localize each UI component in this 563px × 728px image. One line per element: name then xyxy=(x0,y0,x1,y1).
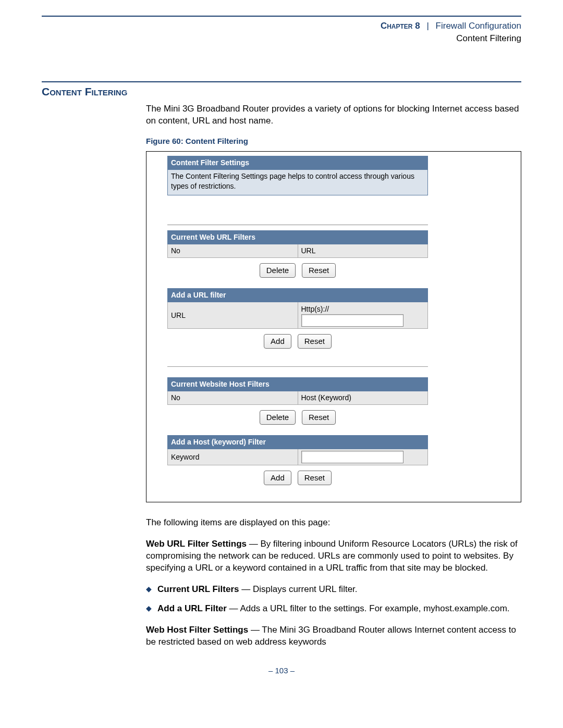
host-filters-table: Current Website Host Filters No Host (Ke… xyxy=(167,377,428,405)
bullet-add-text: — Adds a URL filter to the settings. For… xyxy=(227,603,510,613)
add-url-title: Add a URL filter xyxy=(168,289,428,302)
keyword-input[interactable] xyxy=(301,451,403,463)
web-host-filter-paragraph: Web Host Filter Settings — The Mini 3G B… xyxy=(146,624,521,648)
host-reset-button[interactable]: Reset xyxy=(302,410,336,425)
add-host-table: Add a Host (keyword) Filter Keyword xyxy=(167,435,428,465)
url-prefix: Http(s):// xyxy=(301,304,332,314)
add-url-button[interactable]: Add xyxy=(264,334,291,349)
url-filters-table: Current Web URL Filters No URL xyxy=(167,230,428,258)
chapter-label: Chapter xyxy=(381,21,413,31)
url-delete-button[interactable]: Delete xyxy=(260,263,296,278)
chapter-title: Firewall Configuration xyxy=(436,21,521,31)
section-title: Content Filtering xyxy=(42,85,521,98)
add-host-reset-button[interactable]: Reset xyxy=(298,471,332,485)
url-col-no: No xyxy=(168,244,298,258)
page-number: – 103 – xyxy=(42,666,521,675)
host-col-no: No xyxy=(168,391,298,405)
settings-description: The Content Filtering Settings page help… xyxy=(167,170,428,196)
url-reset-button[interactable]: Reset xyxy=(302,263,336,278)
add-host-title: Add a Host (keyword) Filter xyxy=(168,436,428,449)
settings-header: Content Filter Settings xyxy=(167,156,428,170)
host-delete-button[interactable]: Delete xyxy=(260,410,296,425)
add-host-button[interactable]: Add xyxy=(264,471,291,485)
bullet-current-label: Current URL Filters xyxy=(157,584,239,594)
add-url-table: Add a URL filter URL Http(s):// xyxy=(167,288,428,329)
url-col-url: URL xyxy=(298,244,428,258)
header-separator: | xyxy=(422,21,433,31)
section-rule xyxy=(42,81,521,82)
page-header: Chapter 8 | Firewall Configuration Conte… xyxy=(42,20,521,45)
add-url-cell: Http(s):// xyxy=(298,302,428,329)
add-url-label: URL xyxy=(168,302,298,329)
host-filters-title: Current Website Host Filters xyxy=(168,378,428,391)
bullet-list: Current URL Filters — Displays current U… xyxy=(146,584,521,615)
intro-paragraph: The Mini 3G Broadband Router provides a … xyxy=(146,103,521,127)
add-host-label: Keyword xyxy=(168,449,298,465)
chapter-number: 8 xyxy=(415,21,420,31)
url-input[interactable] xyxy=(301,314,403,327)
web-host-filter-label: Web Host Filter Settings xyxy=(146,625,248,635)
add-url-reset-button[interactable]: Reset xyxy=(298,334,332,349)
web-url-filter-label: Web URL Filter Settings xyxy=(146,539,247,549)
url-filters-title: Current Web URL Filters xyxy=(168,231,428,244)
bullet-add-url: Add a URL Filter — Adds a URL filter to … xyxy=(157,603,521,615)
bullet-current-url: Current URL Filters — Displays current U… xyxy=(157,584,521,596)
header-rule xyxy=(42,16,521,17)
header-subtitle: Content Filtering xyxy=(42,32,521,45)
following-items-text: The following items are displayed on thi… xyxy=(146,517,521,529)
bullet-add-label: Add a URL Filter xyxy=(157,603,227,613)
bullet-current-text: — Displays current URL filter. xyxy=(239,584,358,594)
add-host-cell xyxy=(298,449,428,465)
host-col-host: Host (Keyword) xyxy=(298,391,428,405)
figure-screenshot: Content Filter Settings The Content Filt… xyxy=(146,151,521,503)
figure-caption: Figure 60: Content Filtering xyxy=(146,136,521,146)
web-url-filter-paragraph: Web URL Filter Settings — By filtering i… xyxy=(146,538,521,574)
